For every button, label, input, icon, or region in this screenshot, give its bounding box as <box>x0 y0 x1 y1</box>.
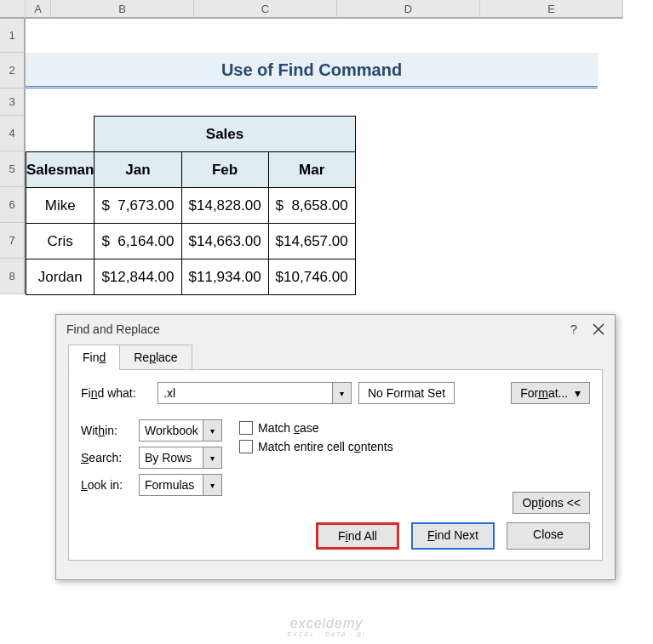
help-icon[interactable]: ? <box>570 322 577 336</box>
format-button[interactable]: Format... ▾ <box>511 382 590 404</box>
match-entire-label: Match entire cell contents <box>258 440 393 453</box>
col-header-C[interactable]: C <box>194 0 337 19</box>
sales-header[interactable]: Sales <box>95 117 355 152</box>
row-header-1[interactable]: 1 <box>0 19 26 53</box>
chevron-down-icon[interactable]: ▾ <box>332 383 351 403</box>
tab-replace[interactable]: Replace <box>119 345 192 370</box>
month-feb[interactable]: Feb <box>181 152 268 188</box>
cell-value[interactable]: $12,844.00 <box>95 259 181 295</box>
dialog-title: Find and Replace <box>66 322 160 336</box>
row-header-5[interactable]: 5 <box>0 151 26 187</box>
find-what-label: Find what: <box>81 386 151 400</box>
watermark: exceldemy EXCEL · DATA · BI <box>287 616 365 637</box>
match-case-label: Match case <box>258 421 319 435</box>
lookin-label: Look in: <box>81 478 134 492</box>
within-label: Within: <box>81 424 134 437</box>
find-what-input-wrap: ▾ <box>158 382 352 404</box>
chevron-down-icon[interactable]: ▾ <box>203 475 221 495</box>
salesman-header[interactable]: Salesman <box>26 152 95 188</box>
row-header-3[interactable]: 3 <box>0 88 26 116</box>
cell-value[interactable]: $11,934.00 <box>181 259 268 295</box>
row-header-4[interactable]: 4 <box>0 116 26 151</box>
cell-value[interactable]: $7,673.00 <box>95 188 181 224</box>
month-jan[interactable]: Jan <box>95 152 181 188</box>
close-icon[interactable] <box>593 323 604 335</box>
row-header-8[interactable]: 8 <box>0 259 26 294</box>
table-row: Jordan $12,844.00 $11,934.00 $10,746.00 <box>26 259 356 295</box>
cell-value[interactable]: $14,828.00 <box>181 188 268 224</box>
cell-value[interactable]: $8,658.00 <box>268 188 355 224</box>
options-button[interactable]: Options << <box>513 492 590 514</box>
table-row: Cris $6,164.00 $14,663.00 $14,657.00 <box>26 224 356 259</box>
chevron-down-icon[interactable]: ▾ <box>203 420 221 441</box>
match-entire-checkbox[interactable] <box>239 440 253 453</box>
find-replace-dialog: Find and Replace ? Find Replace Find wha… <box>55 314 616 580</box>
row-header-6[interactable]: 6 <box>0 187 26 223</box>
page-title: Use of Find Command <box>26 53 598 88</box>
table-row: Mike $7,673.00 $14,828.00 $8,658.00 <box>26 188 356 224</box>
close-button[interactable]: Close <box>507 522 590 550</box>
row-header-2[interactable]: 2 <box>0 53 26 88</box>
chevron-down-icon[interactable]: ▾ <box>203 447 221 468</box>
col-header-D[interactable]: D <box>337 0 480 19</box>
salesman-name[interactable]: Mike <box>26 188 95 224</box>
find-what-input[interactable] <box>158 385 332 402</box>
salesman-name[interactable]: Jordan <box>26 259 95 295</box>
cell-value[interactable]: $14,663.00 <box>181 224 268 259</box>
cell-value[interactable]: $14,657.00 <box>268 224 355 259</box>
no-format-label: No Format Set <box>358 382 455 404</box>
salesman-name[interactable]: Cris <box>26 224 95 259</box>
col-header-B[interactable]: B <box>51 0 194 19</box>
search-label: Search: <box>81 451 134 464</box>
search-select[interactable]: By Rows▾ <box>139 447 222 469</box>
col-header-E[interactable]: E <box>480 0 623 19</box>
col-header-A[interactable]: A <box>26 0 51 19</box>
cell-value[interactable]: $10,746.00 <box>268 259 355 295</box>
month-mar[interactable]: Mar <box>268 152 355 188</box>
row-header-7[interactable]: 7 <box>0 223 26 259</box>
cell-value[interactable]: $6,164.00 <box>95 224 181 259</box>
within-select[interactable]: Workbook▾ <box>139 419 222 442</box>
match-case-checkbox[interactable] <box>239 421 253 435</box>
sales-table: Sales Salesman Jan Feb Mar Mike $7,673.0… <box>26 116 356 295</box>
empty-cell[interactable] <box>26 117 95 152</box>
find-next-button[interactable]: Find Next <box>411 522 495 550</box>
select-all-corner[interactable] <box>0 0 26 19</box>
lookin-select[interactable]: Formulas▾ <box>139 474 222 496</box>
find-all-button[interactable]: Find All <box>316 522 399 550</box>
tab-find[interactable]: Find <box>68 345 120 370</box>
